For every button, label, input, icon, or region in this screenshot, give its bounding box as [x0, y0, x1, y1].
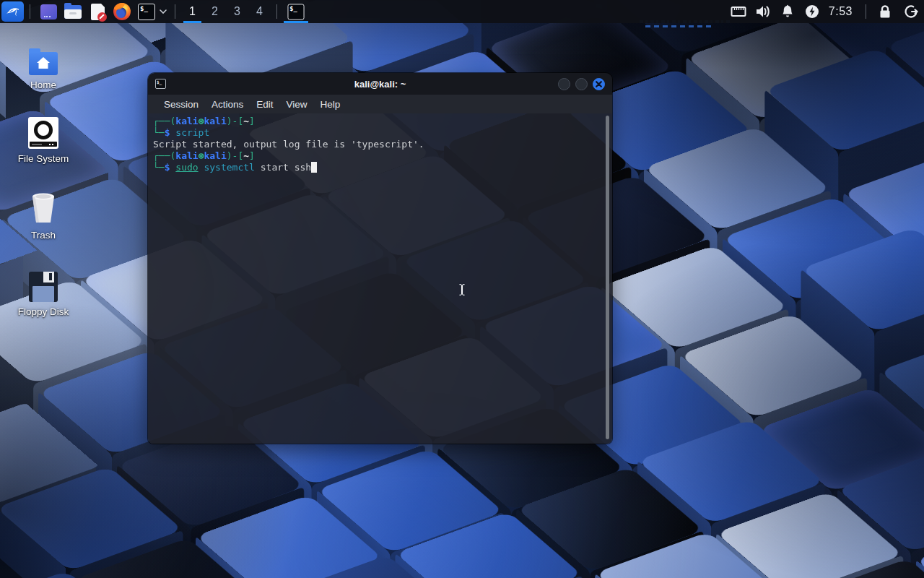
- launcher-text-editor[interactable]: [88, 2, 107, 21]
- top-panel: $_ 1 2 3 4 $_: [0, 0, 924, 23]
- terminal-content[interactable]: ┌──(kali⊛kali)-[~]└─$ scriptScript start…: [148, 113, 612, 444]
- terminal-window: $_ kali@kali: ~ Session Actions Edit Vie…: [148, 73, 612, 444]
- workspace-4[interactable]: 4: [248, 0, 271, 23]
- workspace-switcher: 1 2 3 4: [181, 0, 271, 23]
- home-folder-icon: [29, 39, 58, 75]
- notifications-applet[interactable]: [775, 0, 800, 23]
- launcher-file-manager[interactable]: [64, 2, 82, 21]
- bell-icon: [781, 4, 794, 19]
- close-button[interactable]: [593, 78, 605, 90]
- power-manager-applet[interactable]: [800, 0, 824, 23]
- desktop-icon-home[interactable]: Home: [10, 39, 77, 90]
- panel-separator: [30, 4, 30, 19]
- desktop-icon-label: Home: [30, 79, 56, 90]
- scrollbar-thumb[interactable]: [606, 116, 609, 439]
- desktop-icon-label: File System: [18, 153, 69, 164]
- terminal-menubar: Session Actions Edit View Help: [148, 95, 612, 113]
- kali-logo-icon: [5, 4, 21, 20]
- terminal-line: ┌──(kali⊛kali)-[~]: [153, 116, 602, 127]
- network-applet[interactable]: [726, 0, 751, 23]
- desktop-icon-label: Trash: [31, 230, 56, 241]
- menu-actions[interactable]: Actions: [205, 99, 250, 110]
- firefox-icon: [113, 3, 131, 20]
- terminal-line: └─$ script: [153, 127, 602, 139]
- desktop-icon-label: Floppy Disk: [18, 306, 69, 317]
- text-editor-icon: [91, 4, 105, 20]
- terminal-window-title: kali@kali: ~: [148, 79, 612, 90]
- hard-drive-icon: [28, 113, 58, 149]
- desktop-app-icon: [40, 4, 57, 20]
- desktop-icon-file-system[interactable]: File System: [10, 113, 77, 164]
- menu-session[interactable]: Session: [157, 99, 205, 110]
- kali-menu-button[interactable]: [1, 1, 24, 22]
- file-manager-icon: [64, 5, 82, 19]
- volume-icon: [755, 4, 771, 19]
- terminal-scrollbar[interactable]: [606, 116, 609, 439]
- launcher-dropdown[interactable]: [159, 9, 167, 14]
- launcher-terminal[interactable]: $_: [137, 2, 156, 21]
- panel-separator: [276, 4, 277, 19]
- panel-separator: [866, 4, 866, 19]
- menu-edit[interactable]: Edit: [250, 99, 279, 110]
- floppy-disk-icon: [29, 266, 58, 302]
- close-icon: [596, 81, 602, 87]
- terminal-line: Script started, output log file is 'type…: [153, 139, 602, 150]
- launcher-firefox[interactable]: [113, 2, 131, 21]
- logout-icon: [904, 4, 918, 19]
- taskbar-window-terminal[interactable]: $_: [283, 0, 309, 23]
- logout-button[interactable]: [898, 0, 924, 23]
- terminal-titlebar[interactable]: $_ kali@kali: ~: [148, 73, 612, 95]
- terminal-window-icon: $_: [155, 79, 166, 89]
- chevron-down-icon: [159, 9, 167, 14]
- panel-separator: [175, 4, 175, 19]
- terminal-line: └─$ sudo systemctl start ssh: [153, 162, 602, 173]
- desktop-icon-trash[interactable]: Trash: [10, 189, 77, 241]
- panel-clock[interactable]: 7:53: [824, 5, 860, 18]
- power-icon: [805, 4, 819, 19]
- terminal-line: ┌──(kali⊛kali)-[~]: [153, 150, 602, 162]
- volume-applet[interactable]: [751, 0, 775, 23]
- workspace-2[interactable]: 2: [204, 0, 226, 23]
- trash-bin-icon: [27, 189, 60, 225]
- maximize-button[interactable]: [575, 78, 588, 90]
- minimize-button[interactable]: [558, 78, 570, 90]
- workspace-3[interactable]: 3: [226, 0, 248, 23]
- lock-icon: [879, 4, 892, 19]
- workspace-1[interactable]: 1: [181, 0, 204, 23]
- network-icon: [731, 5, 746, 18]
- terminal-icon: $_: [287, 4, 304, 20]
- desktop-screen: Home File System Trash Floppy Disk $_ ka…: [0, 0, 924, 578]
- system-tray: 7:53: [726, 0, 924, 23]
- launcher-desktop-app[interactable]: [39, 2, 58, 21]
- menu-help[interactable]: Help: [314, 99, 347, 110]
- terminal-icon: $_: [138, 4, 155, 20]
- desktop-icon-floppy[interactable]: Floppy Disk: [10, 266, 77, 317]
- lock-screen-button[interactable]: [872, 0, 898, 23]
- menu-view[interactable]: View: [280, 99, 314, 110]
